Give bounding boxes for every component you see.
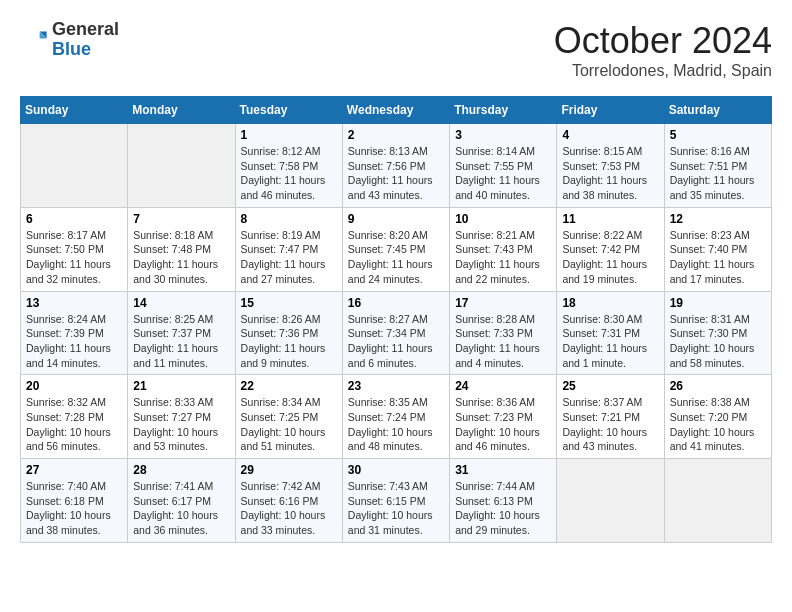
calendar-cell: 6Sunrise: 8:17 AM Sunset: 7:50 PM Daylig… <box>21 207 128 291</box>
day-info: Sunrise: 8:15 AM Sunset: 7:53 PM Dayligh… <box>562 144 658 203</box>
calendar-cell: 20Sunrise: 8:32 AM Sunset: 7:28 PM Dayli… <box>21 375 128 459</box>
calendar-cell: 19Sunrise: 8:31 AM Sunset: 7:30 PM Dayli… <box>664 291 771 375</box>
day-info: Sunrise: 8:35 AM Sunset: 7:24 PM Dayligh… <box>348 395 444 454</box>
day-number: 5 <box>670 128 766 142</box>
calendar-cell: 21Sunrise: 8:33 AM Sunset: 7:27 PM Dayli… <box>128 375 235 459</box>
col-header-saturday: Saturday <box>664 97 771 124</box>
calendar-cell: 11Sunrise: 8:22 AM Sunset: 7:42 PM Dayli… <box>557 207 664 291</box>
day-info: Sunrise: 8:25 AM Sunset: 7:37 PM Dayligh… <box>133 312 229 371</box>
day-number: 7 <box>133 212 229 226</box>
calendar-cell: 26Sunrise: 8:38 AM Sunset: 7:20 PM Dayli… <box>664 375 771 459</box>
day-number: 23 <box>348 379 444 393</box>
day-number: 22 <box>241 379 337 393</box>
day-info: Sunrise: 8:24 AM Sunset: 7:39 PM Dayligh… <box>26 312 122 371</box>
day-info: Sunrise: 7:41 AM Sunset: 6:17 PM Dayligh… <box>133 479 229 538</box>
day-number: 1 <box>241 128 337 142</box>
calendar-cell: 7Sunrise: 8:18 AM Sunset: 7:48 PM Daylig… <box>128 207 235 291</box>
col-header-tuesday: Tuesday <box>235 97 342 124</box>
day-info: Sunrise: 8:32 AM Sunset: 7:28 PM Dayligh… <box>26 395 122 454</box>
calendar-cell: 14Sunrise: 8:25 AM Sunset: 7:37 PM Dayli… <box>128 291 235 375</box>
calendar-cell <box>664 459 771 543</box>
day-info: Sunrise: 7:40 AM Sunset: 6:18 PM Dayligh… <box>26 479 122 538</box>
col-header-thursday: Thursday <box>450 97 557 124</box>
col-header-wednesday: Wednesday <box>342 97 449 124</box>
day-number: 8 <box>241 212 337 226</box>
calendar-cell: 16Sunrise: 8:27 AM Sunset: 7:34 PM Dayli… <box>342 291 449 375</box>
day-number: 30 <box>348 463 444 477</box>
calendar-cell: 23Sunrise: 8:35 AM Sunset: 7:24 PM Dayli… <box>342 375 449 459</box>
day-info: Sunrise: 8:22 AM Sunset: 7:42 PM Dayligh… <box>562 228 658 287</box>
day-info: Sunrise: 8:33 AM Sunset: 7:27 PM Dayligh… <box>133 395 229 454</box>
calendar-cell: 28Sunrise: 7:41 AM Sunset: 6:17 PM Dayli… <box>128 459 235 543</box>
day-number: 2 <box>348 128 444 142</box>
calendar-cell: 2Sunrise: 8:13 AM Sunset: 7:56 PM Daylig… <box>342 124 449 208</box>
day-number: 21 <box>133 379 229 393</box>
calendar-cell: 12Sunrise: 8:23 AM Sunset: 7:40 PM Dayli… <box>664 207 771 291</box>
calendar-week-3: 13Sunrise: 8:24 AM Sunset: 7:39 PM Dayli… <box>21 291 772 375</box>
day-number: 25 <box>562 379 658 393</box>
calendar-cell: 27Sunrise: 7:40 AM Sunset: 6:18 PM Dayli… <box>21 459 128 543</box>
calendar-cell: 17Sunrise: 8:28 AM Sunset: 7:33 PM Dayli… <box>450 291 557 375</box>
day-info: Sunrise: 8:18 AM Sunset: 7:48 PM Dayligh… <box>133 228 229 287</box>
day-number: 18 <box>562 296 658 310</box>
day-info: Sunrise: 8:14 AM Sunset: 7:55 PM Dayligh… <box>455 144 551 203</box>
day-number: 16 <box>348 296 444 310</box>
day-info: Sunrise: 8:26 AM Sunset: 7:36 PM Dayligh… <box>241 312 337 371</box>
day-number: 13 <box>26 296 122 310</box>
day-number: 12 <box>670 212 766 226</box>
calendar-cell <box>557 459 664 543</box>
day-number: 20 <box>26 379 122 393</box>
calendar-cell: 31Sunrise: 7:44 AM Sunset: 6:13 PM Dayli… <box>450 459 557 543</box>
title-block: October 2024 Torrelodones, Madrid, Spain <box>554 20 772 80</box>
day-number: 15 <box>241 296 337 310</box>
calendar-table: SundayMondayTuesdayWednesdayThursdayFrid… <box>20 96 772 543</box>
calendar-cell: 29Sunrise: 7:42 AM Sunset: 6:16 PM Dayli… <box>235 459 342 543</box>
logo-blue: Blue <box>52 39 91 59</box>
day-number: 26 <box>670 379 766 393</box>
calendar-cell: 9Sunrise: 8:20 AM Sunset: 7:45 PM Daylig… <box>342 207 449 291</box>
day-info: Sunrise: 8:37 AM Sunset: 7:21 PM Dayligh… <box>562 395 658 454</box>
calendar-header-row: SundayMondayTuesdayWednesdayThursdayFrid… <box>21 97 772 124</box>
calendar-cell: 24Sunrise: 8:36 AM Sunset: 7:23 PM Dayli… <box>450 375 557 459</box>
calendar-cell: 1Sunrise: 8:12 AM Sunset: 7:58 PM Daylig… <box>235 124 342 208</box>
calendar-week-1: 1Sunrise: 8:12 AM Sunset: 7:58 PM Daylig… <box>21 124 772 208</box>
page-header: General Blue October 2024 Torrelodones, … <box>20 20 772 80</box>
day-number: 11 <box>562 212 658 226</box>
day-info: Sunrise: 8:17 AM Sunset: 7:50 PM Dayligh… <box>26 228 122 287</box>
day-info: Sunrise: 8:13 AM Sunset: 7:56 PM Dayligh… <box>348 144 444 203</box>
logo-icon <box>20 26 48 54</box>
day-info: Sunrise: 8:31 AM Sunset: 7:30 PM Dayligh… <box>670 312 766 371</box>
day-info: Sunrise: 8:34 AM Sunset: 7:25 PM Dayligh… <box>241 395 337 454</box>
day-info: Sunrise: 8:23 AM Sunset: 7:40 PM Dayligh… <box>670 228 766 287</box>
day-number: 10 <box>455 212 551 226</box>
day-info: Sunrise: 8:30 AM Sunset: 7:31 PM Dayligh… <box>562 312 658 371</box>
day-number: 9 <box>348 212 444 226</box>
day-info: Sunrise: 8:20 AM Sunset: 7:45 PM Dayligh… <box>348 228 444 287</box>
day-number: 27 <box>26 463 122 477</box>
day-info: Sunrise: 7:44 AM Sunset: 6:13 PM Dayligh… <box>455 479 551 538</box>
day-info: Sunrise: 8:16 AM Sunset: 7:51 PM Dayligh… <box>670 144 766 203</box>
day-info: Sunrise: 7:43 AM Sunset: 6:15 PM Dayligh… <box>348 479 444 538</box>
day-number: 14 <box>133 296 229 310</box>
calendar-cell: 22Sunrise: 8:34 AM Sunset: 7:25 PM Dayli… <box>235 375 342 459</box>
day-info: Sunrise: 8:38 AM Sunset: 7:20 PM Dayligh… <box>670 395 766 454</box>
logo-text: General Blue <box>52 20 119 60</box>
calendar-cell: 30Sunrise: 7:43 AM Sunset: 6:15 PM Dayli… <box>342 459 449 543</box>
calendar-cell: 8Sunrise: 8:19 AM Sunset: 7:47 PM Daylig… <box>235 207 342 291</box>
day-number: 28 <box>133 463 229 477</box>
col-header-monday: Monday <box>128 97 235 124</box>
day-info: Sunrise: 8:19 AM Sunset: 7:47 PM Dayligh… <box>241 228 337 287</box>
day-number: 6 <box>26 212 122 226</box>
calendar-week-5: 27Sunrise: 7:40 AM Sunset: 6:18 PM Dayli… <box>21 459 772 543</box>
calendar-cell: 18Sunrise: 8:30 AM Sunset: 7:31 PM Dayli… <box>557 291 664 375</box>
calendar-cell: 3Sunrise: 8:14 AM Sunset: 7:55 PM Daylig… <box>450 124 557 208</box>
day-info: Sunrise: 8:21 AM Sunset: 7:43 PM Dayligh… <box>455 228 551 287</box>
day-number: 24 <box>455 379 551 393</box>
day-number: 31 <box>455 463 551 477</box>
day-info: Sunrise: 8:27 AM Sunset: 7:34 PM Dayligh… <box>348 312 444 371</box>
calendar-cell <box>128 124 235 208</box>
calendar-cell: 5Sunrise: 8:16 AM Sunset: 7:51 PM Daylig… <box>664 124 771 208</box>
calendar-week-2: 6Sunrise: 8:17 AM Sunset: 7:50 PM Daylig… <box>21 207 772 291</box>
calendar-cell: 25Sunrise: 8:37 AM Sunset: 7:21 PM Dayli… <box>557 375 664 459</box>
location-title: Torrelodones, Madrid, Spain <box>554 62 772 80</box>
